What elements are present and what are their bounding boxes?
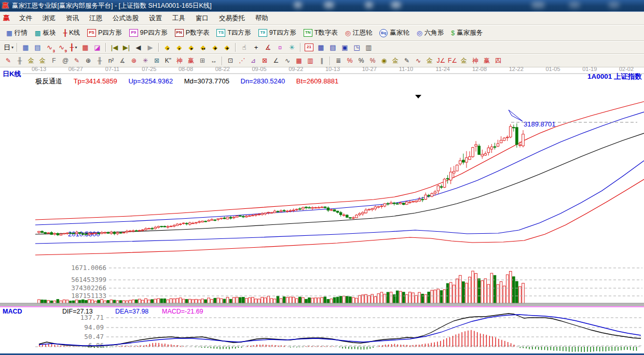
svg-text:06-27: 06-27	[68, 66, 83, 72]
svg-text:08-22: 08-22	[215, 66, 230, 72]
svg-text:09-05: 09-05	[252, 66, 266, 72]
svg-text:01-05: 01-05	[545, 66, 560, 72]
volume-layer	[38, 271, 525, 304]
svg-text:94.09: 94.09	[84, 323, 104, 331]
symbol-label: 1A0001 上证指数	[587, 72, 642, 81]
svg-text:01-19: 01-19	[582, 66, 597, 72]
svg-text:50.47: 50.47	[84, 333, 104, 340]
svg-text:1671.0066: 1671.0066	[71, 264, 106, 272]
svg-text:08-08: 08-08	[179, 66, 193, 72]
macd-dea-value: DEA=37.98	[115, 308, 148, 315]
annotations: 3189.87012010.5300	[68, 95, 637, 238]
macd-dif-line	[39, 314, 641, 346]
channel-md-value: Md=3073.7705	[184, 77, 229, 85]
channel-dn-value: Dn=2830.5240	[241, 77, 285, 85]
channel-bt-value: Bt=2609.8881	[296, 77, 338, 85]
period-label[interactable]: 日K线	[3, 69, 21, 79]
svg-text:3189.8701: 3189.8701	[524, 120, 555, 128]
svg-text:561453399: 561453399	[71, 276, 106, 283]
svg-text:11-24: 11-24	[436, 66, 450, 72]
date-axis: 06-1306-2707-1107-2508-0808-2209-0509-22…	[22, 66, 644, 74]
indicator-header: 极反通道 Tp=3414.5859 Up=3254.9362 Md=3073.7…	[35, 77, 348, 86]
svg-text:11-10: 11-10	[399, 66, 413, 72]
panel-separator	[0, 303, 644, 307]
macd-dea-line	[39, 315, 641, 346]
svg-text:09-22: 09-22	[289, 66, 303, 72]
svg-text:187151133: 187151133	[71, 292, 106, 300]
svg-text:10-13: 10-13	[325, 66, 340, 72]
svg-text:06-13: 06-13	[32, 66, 46, 72]
svg-text:10-27: 10-27	[362, 66, 377, 72]
macd-dif-value: DIF=27.13	[62, 308, 93, 315]
svg-text:02-02: 02-02	[619, 66, 634, 72]
candles-layer	[38, 123, 525, 236]
svg-text:12-22: 12-22	[509, 66, 524, 72]
channel-up-value: Up=3254.9362	[128, 77, 173, 85]
down-triangle-marker	[415, 95, 421, 98]
channel-line-tp	[35, 102, 644, 220]
svg-text:12-08: 12-08	[472, 66, 487, 72]
channel-line-md	[35, 133, 644, 234]
svg-text:07-11: 07-11	[105, 66, 119, 72]
macd-indicator-label[interactable]: MACD	[3, 308, 22, 315]
channel-tp-value: Tp=3414.5859	[74, 77, 117, 85]
chart-canvas[interactable]: 06-1306-2707-1107-2508-0808-2209-0509-22…	[0, 0, 644, 355]
peak-flag-marker	[509, 110, 523, 121]
macd-layer: 137.7194.0950.476.86	[35, 314, 642, 352]
svg-text:374302266: 374302266	[71, 284, 106, 292]
volume-axis: 1671.0066561453399374302266187151133	[71, 264, 642, 300]
svg-text:07-25: 07-25	[142, 66, 156, 72]
indicator-name: 极反通道	[35, 77, 62, 85]
macd-value: MACD=-21.69	[162, 308, 203, 315]
